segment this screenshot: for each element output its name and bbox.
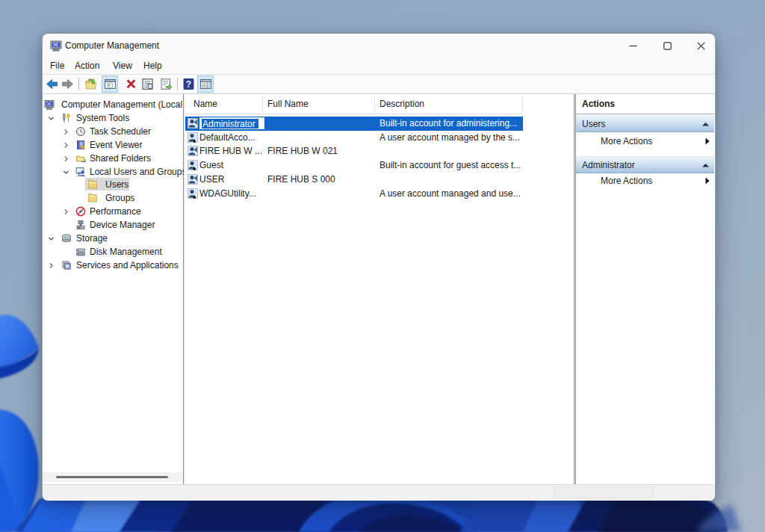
svg-text:?: ? <box>186 79 191 90</box>
